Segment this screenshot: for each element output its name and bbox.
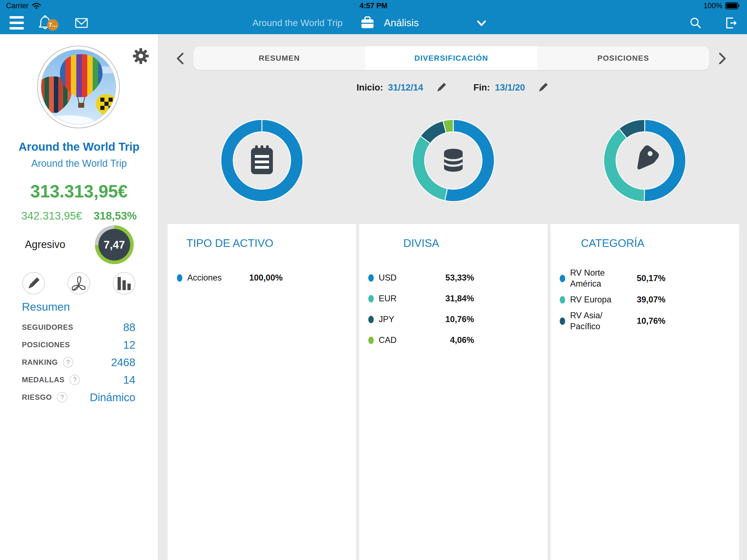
- legend-value: 31,84%: [440, 294, 474, 304]
- portfolio-sidebar: Around the World Trip Around the World T…: [0, 34, 159, 560]
- stat-row-ranking: RANKING ? 2468: [22, 354, 135, 371]
- nav-portfolio-title: Around the World Trip: [252, 11, 343, 34]
- donut-tipo-de-activo: [168, 118, 356, 203]
- legend-color-dot: [368, 337, 374, 344]
- database-icon: [444, 149, 463, 172]
- battery-icon: [725, 2, 740, 9]
- legend: Acciones100,00%: [177, 268, 283, 288]
- tab-bar: RESUMEN DIVERSIFICACIÓN POSICIONES: [193, 46, 709, 70]
- start-date-value[interactable]: 31/12/14: [388, 82, 423, 93]
- legend-item: RV Norte América50,17%: [560, 268, 666, 289]
- pencil-icon: [26, 276, 41, 291]
- notifications-badge[interactable]: 7...: [47, 19, 58, 31]
- card-divisa: DIVISA USD53,33%EUR31,84%JPY10,76%CAD4,0…: [359, 224, 548, 560]
- legend-color-dot: [177, 274, 182, 282]
- legend-item: EUR31,84%: [368, 288, 474, 309]
- donut-segment: [412, 136, 447, 201]
- legend-value: 53,33%: [440, 273, 474, 283]
- avatar[interactable]: [36, 45, 120, 129]
- stat-row-posiciones: POSICIONES ? 12: [22, 336, 135, 354]
- help-icon[interactable]: ?: [57, 392, 67, 403]
- status-bar: Carrier 4:57 PM 100%: [0, 0, 747, 11]
- stat-value: 14: [123, 374, 136, 386]
- legend-label: EUR: [379, 293, 396, 304]
- start-date-label: Inicio:: [357, 82, 383, 93]
- legend-value: 10,76%: [440, 314, 474, 324]
- risk-score: 7,47: [95, 225, 134, 264]
- legend-color-dot: [560, 317, 565, 325]
- chevron-down-icon[interactable]: [475, 17, 488, 29]
- card-tipo-de-activo: TIPO DE ACTIVO Acciones100,00%: [168, 224, 356, 560]
- edit-start-date-icon[interactable]: [435, 81, 447, 94]
- legend-item: CAD4,06%: [368, 330, 474, 351]
- stat-label: POSICIONES: [22, 341, 70, 349]
- stat-value: 88: [123, 321, 136, 334]
- tab-posiciones[interactable]: POSICIONES: [537, 46, 709, 70]
- legend-label: USD: [379, 272, 396, 283]
- help-icon[interactable]: ?: [70, 375, 80, 385]
- help-icon[interactable]: ?: [63, 357, 73, 367]
- chevron-right-icon[interactable]: [717, 52, 728, 65]
- tag-icon: [631, 144, 660, 175]
- briefcase-icon[interactable]: [359, 15, 376, 31]
- tab-diversificacion[interactable]: DIVERSIFICACIÓN: [365, 46, 537, 70]
- legend: RV Norte América50,17%RV Europa39,07%RV …: [560, 268, 666, 332]
- return-percent: 318,53%: [94, 210, 137, 222]
- portfolio-secondary-values: 342.313,95€ 318,53%: [0, 210, 158, 222]
- risk-gauge: 7,47: [95, 225, 134, 264]
- nav-section-label[interactable]: Análisis: [384, 11, 419, 34]
- portfolio-subtitle: Around the World Trip: [0, 158, 158, 169]
- legend-value: 10,76%: [632, 316, 666, 326]
- legend-label: JPY: [379, 314, 394, 325]
- donut-categoria: [550, 118, 739, 203]
- donut-chart: [220, 118, 304, 203]
- app-screen: Carrier 4:57 PM 100% 7...: [0, 0, 747, 560]
- legend-color-dot: [368, 316, 374, 323]
- chevron-left-icon[interactable]: [175, 52, 185, 65]
- legend-color-dot: [368, 274, 374, 282]
- chart-stats-button[interactable]: [113, 272, 135, 295]
- donut-chart: [411, 118, 496, 203]
- stat-row-seguidores: SEGUIDORES ? 88: [22, 319, 135, 336]
- legend-item: RV Asia/​Pacífico10,76%: [560, 310, 666, 332]
- date-filter: Inicio: 31/12/14 Fin: 13/1/20: [159, 78, 747, 97]
- end-date-label: Fin:: [473, 82, 490, 93]
- invested-value: 342.313,95€: [21, 210, 82, 222]
- edit-portfolio-button[interactable]: [22, 272, 45, 295]
- menu-button[interactable]: [9, 16, 24, 29]
- legend-color-dot: [560, 296, 565, 304]
- summary-link[interactable]: Resumen: [22, 301, 70, 313]
- export-pdf-button[interactable]: [68, 272, 90, 295]
- card-title: DIVISA: [359, 237, 483, 249]
- battery-percent: 100%: [703, 2, 722, 10]
- pdf-icon: [70, 275, 87, 292]
- legend-value: 4,06%: [445, 335, 474, 345]
- legend-cards: TIPO DE ACTIVO Acciones100,00% DIVISA US…: [168, 224, 739, 560]
- stat-row-medallas: MEDALLAS ? 14: [22, 371, 135, 388]
- end-date-value[interactable]: 13/1/20: [495, 82, 525, 93]
- edit-end-date-icon[interactable]: [537, 81, 549, 94]
- tab-resumen[interactable]: RESUMEN: [193, 46, 365, 70]
- analysis-main-panel: RESUMEN DIVERSIFICACIÓN POSICIONES Inici…: [159, 34, 747, 560]
- legend-value: 50,17%: [632, 274, 666, 283]
- donut-chart: [602, 118, 687, 203]
- legend: USD53,33%EUR31,84%JPY10,76%CAD4,06%: [368, 268, 474, 351]
- stat-value: 12: [123, 339, 136, 351]
- portfolio-total-value: 313.313,95€: [0, 181, 158, 202]
- gear-icon[interactable]: [133, 48, 149, 64]
- legend-item: USD53,33%: [368, 268, 474, 288]
- stat-value: Dinámico: [90, 391, 135, 404]
- clock: 4:57 PM: [0, 0, 747, 11]
- card-categoria: CATEGORÍA RV Norte América50,17%RV Europ…: [550, 224, 739, 560]
- portfolio-stats: SEGUIDORES ? 88 POSICIONES ? 12 RANKING …: [22, 319, 135, 406]
- bar-chart-icon: [117, 276, 132, 291]
- legend-label: RV Norte América: [570, 268, 632, 289]
- mail-icon[interactable]: [73, 15, 90, 31]
- stat-label: RANKING: [22, 358, 58, 367]
- legend-value: 100,00%: [244, 273, 283, 283]
- search-icon[interactable]: [687, 15, 704, 31]
- legend-value: 39,07%: [632, 295, 666, 305]
- donut-charts: [168, 118, 739, 203]
- logout-icon[interactable]: [723, 15, 739, 31]
- legend-color-dot: [560, 275, 565, 282]
